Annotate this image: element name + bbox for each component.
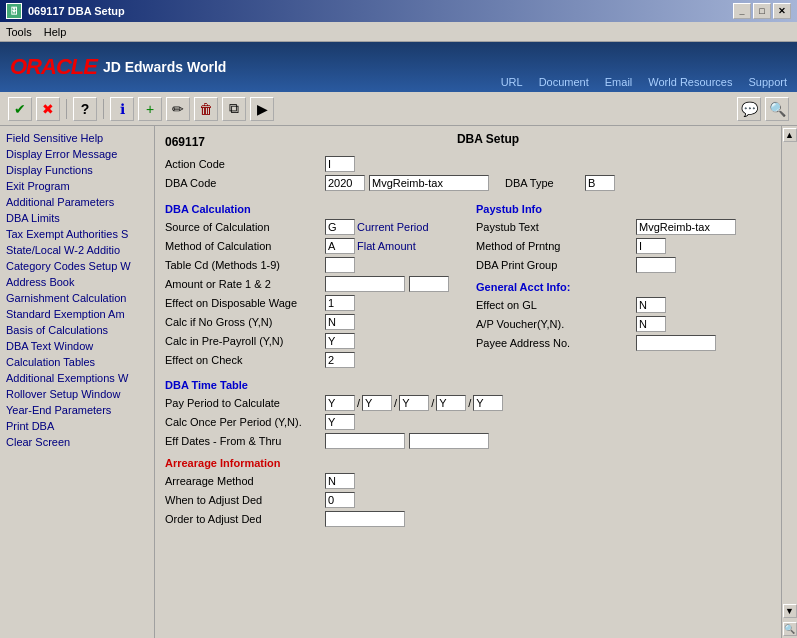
- effect-gl-row: Effect on GL: [476, 297, 771, 313]
- dba-type-label: DBA Type: [505, 177, 585, 189]
- nav-support[interactable]: Support: [748, 76, 787, 88]
- sidebar-item-address-book[interactable]: Address Book: [0, 274, 154, 290]
- toolbar-info-button[interactable]: ℹ: [110, 97, 134, 121]
- when-adjust-input[interactable]: [325, 492, 355, 508]
- sidebar-item-field-help[interactable]: Field Sensitive Help: [0, 130, 154, 146]
- arrearage-method-row: Arrearage Method: [165, 473, 771, 489]
- sidebar-item-additional-params[interactable]: Additional Parameters: [0, 194, 154, 210]
- when-adjust-label: When to Adjust Ded: [165, 494, 325, 506]
- sidebar-item-garnishment[interactable]: Garnishment Calculation: [0, 290, 154, 306]
- effect-gl-label: Effect on GL: [476, 299, 636, 311]
- time-table-section: DBA Time Table Pay Period to Calculate /…: [165, 379, 771, 449]
- pay-period-5[interactable]: [473, 395, 503, 411]
- ap-voucher-input[interactable]: [636, 316, 666, 332]
- maximize-button[interactable]: □: [753, 3, 771, 19]
- amount-label: Amount or Rate 1 & 2: [165, 278, 325, 290]
- pay-period-4[interactable]: [436, 395, 466, 411]
- method-prntng-label: Method of Prntng: [476, 240, 636, 252]
- sidebar-item-clear-screen[interactable]: Clear Screen: [0, 434, 154, 450]
- app-icon: 🗄: [6, 3, 22, 19]
- eff-from-input[interactable]: [325, 433, 405, 449]
- nav-url[interactable]: URL: [501, 76, 523, 88]
- toolbar-search-button[interactable]: 🔍: [765, 97, 789, 121]
- sidebar-item-dba-text[interactable]: DBA Text Window: [0, 338, 154, 354]
- dba-code-label: DBA Code: [165, 177, 325, 189]
- toolbar-add-button[interactable]: +: [138, 97, 162, 121]
- effect-disp-input[interactable]: [325, 295, 355, 311]
- dba-type-input[interactable]: [585, 175, 615, 191]
- calc-prepay-label: Calc in Pre-Payroll (Y,N): [165, 335, 325, 347]
- sidebar-item-dba-limits[interactable]: DBA Limits: [0, 210, 154, 226]
- close-button[interactable]: ✕: [773, 3, 791, 19]
- arrearage-method-input[interactable]: [325, 473, 355, 489]
- toolbar-copy-button[interactable]: ⧉: [222, 97, 246, 121]
- menu-tools[interactable]: Tools: [6, 26, 32, 38]
- effect-gl-input[interactable]: [636, 297, 666, 313]
- paystub-header: Paystub Info: [476, 203, 771, 215]
- pay-period-2[interactable]: [362, 395, 392, 411]
- minimize-button[interactable]: _: [733, 3, 751, 19]
- scroll-extra-1[interactable]: 🔍: [783, 622, 797, 636]
- pay-period-3[interactable]: [399, 395, 429, 411]
- source-calc-text: Current Period: [357, 221, 429, 233]
- sidebar-item-addl-exemptions[interactable]: Additional Exemptions W: [0, 370, 154, 386]
- sidebar-item-display-error[interactable]: Display Error Message: [0, 146, 154, 162]
- method-calc-input[interactable]: [325, 238, 355, 254]
- sidebar-item-basis-calc[interactable]: Basis of Calculations: [0, 322, 154, 338]
- table-cd-label: Table Cd (Methods 1-9): [165, 259, 325, 271]
- order-adjust-input[interactable]: [325, 511, 405, 527]
- window-title: 069117 DBA Setup: [28, 5, 125, 17]
- menu-help[interactable]: Help: [44, 26, 67, 38]
- nav-world-resources[interactable]: World Resources: [648, 76, 732, 88]
- toolbar-cancel-button[interactable]: ✖: [36, 97, 60, 121]
- toolbar-next-button[interactable]: ▶: [250, 97, 274, 121]
- dba-code-input[interactable]: [325, 175, 365, 191]
- dba-code-row: DBA Code DBA Type: [165, 175, 771, 191]
- paystub-text-row: Paystub Text: [476, 219, 771, 235]
- paystub-text-input[interactable]: [636, 219, 736, 235]
- pay-period-inputs: / / / /: [325, 395, 503, 411]
- pay-period-row: Pay Period to Calculate / / / /: [165, 395, 771, 411]
- amount-input-1[interactable]: [325, 276, 405, 292]
- sidebar-item-print-dba[interactable]: Print DBA: [0, 418, 154, 434]
- source-calc-label: Source of Calculation: [165, 221, 325, 233]
- sidebar-item-rollover[interactable]: Rollover Setup Window: [0, 386, 154, 402]
- calc-once-input[interactable]: [325, 414, 355, 430]
- eff-dates-row: Eff Dates - From & Thru: [165, 433, 771, 449]
- sidebar-item-display-functions[interactable]: Display Functions: [0, 162, 154, 178]
- sidebar-item-calc-tables[interactable]: Calculation Tables: [0, 354, 154, 370]
- calc-prepay-input[interactable]: [325, 333, 355, 349]
- scroll-down-button[interactable]: ▼: [783, 604, 797, 618]
- ap-voucher-label: A/P Voucher(Y,N).: [476, 318, 636, 330]
- scroll-up-button[interactable]: ▲: [783, 128, 797, 142]
- method-prntng-input[interactable]: [636, 238, 666, 254]
- sidebar-item-standard-exemption[interactable]: Standard Exemption Am: [0, 306, 154, 322]
- nav-document[interactable]: Document: [539, 76, 589, 88]
- source-calc-input[interactable]: [325, 219, 355, 235]
- sidebar-item-category-codes[interactable]: Category Codes Setup W: [0, 258, 154, 274]
- toolbar-edit-button[interactable]: ✏: [166, 97, 190, 121]
- toolbar-check-button[interactable]: ✔: [8, 97, 32, 121]
- sidebar-item-yearend[interactable]: Year-End Parameters: [0, 402, 154, 418]
- dba-name-input[interactable]: [369, 175, 489, 191]
- toolbar-delete-button[interactable]: 🗑: [194, 97, 218, 121]
- arrearage-header: Arrearage Information: [165, 457, 771, 469]
- effect-check-input[interactable]: [325, 352, 355, 368]
- method-calc-label: Method of Calculation: [165, 240, 325, 252]
- toolbar-chat-button[interactable]: 💬: [737, 97, 761, 121]
- eff-thru-input[interactable]: [409, 433, 489, 449]
- toolbar-help-button[interactable]: ?: [73, 97, 97, 121]
- sidebar-item-state-local[interactable]: State/Local W-2 Additio: [0, 242, 154, 258]
- payee-addr-input[interactable]: [636, 335, 716, 351]
- amount-input-2[interactable]: [409, 276, 449, 292]
- action-code-input[interactable]: [325, 156, 355, 172]
- calc-once-row: Calc Once Per Period (Y,N).: [165, 414, 771, 430]
- calc-no-gross-input[interactable]: [325, 314, 355, 330]
- nav-email[interactable]: Email: [605, 76, 633, 88]
- table-cd-input[interactable]: [325, 257, 355, 273]
- sidebar-item-exit-program[interactable]: Exit Program: [0, 178, 154, 194]
- pay-period-1[interactable]: [325, 395, 355, 411]
- sidebar-item-tax-exempt[interactable]: Tax Exempt Authorities S: [0, 226, 154, 242]
- paystub-text-label: Paystub Text: [476, 221, 636, 233]
- dba-print-input[interactable]: [636, 257, 676, 273]
